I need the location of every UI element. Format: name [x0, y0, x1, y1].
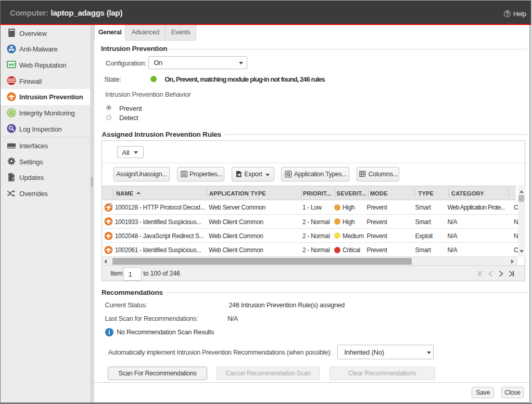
svg-text:WR: WR: [8, 62, 15, 67]
